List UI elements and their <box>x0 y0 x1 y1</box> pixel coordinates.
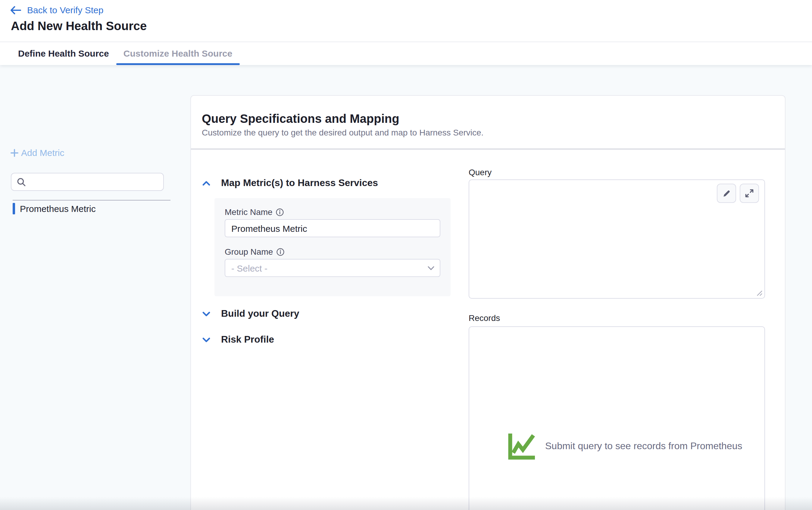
query-mapping-card: Query Specifications and Mapping Customi… <box>190 95 785 510</box>
back-link-label: Back to Verify Step <box>27 5 103 16</box>
section-label: Map Metric(s) to Harness Services <box>221 177 378 189</box>
metric-name-label: Metric Name <box>225 207 272 217</box>
group-name-label: Group Name <box>225 247 273 257</box>
section-build-your-query[interactable]: Build your Query <box>202 308 299 320</box>
line-chart-icon <box>506 431 537 461</box>
section-map-metrics[interactable]: Map Metric(s) to Harness Services <box>202 177 378 189</box>
metrics-sidebar: Add Metric Prometheus Metric <box>0 65 190 510</box>
metric-item-label: Prometheus Metric <box>20 202 96 215</box>
card-subtitle: Customize the query to get the desired o… <box>202 128 484 138</box>
map-metric-form-panel: Metric Name Group Name <box>214 198 451 296</box>
query-label: Query <box>469 168 492 178</box>
expand-arrows-icon <box>745 188 754 198</box>
plus-icon <box>10 148 19 157</box>
arrow-left-icon <box>10 6 21 14</box>
chevron-down-icon <box>202 337 210 342</box>
sidebar-divider <box>13 200 171 201</box>
metric-list-item-prometheus[interactable]: Prometheus Metric <box>13 202 96 215</box>
group-name-label-row: Group Name <box>225 247 284 257</box>
card-title: Query Specifications and Mapping <box>202 111 399 126</box>
metric-name-input[interactable] <box>225 219 440 237</box>
search-icon <box>17 178 26 187</box>
records-label: Records <box>469 313 500 323</box>
section-label: Build your Query <box>221 308 299 320</box>
info-circle-icon[interactable] <box>276 208 284 216</box>
records-empty-text: Submit query to see records from Prometh… <box>545 440 743 452</box>
chevron-down-icon <box>202 311 210 317</box>
app-root: Back to Verify Step Add New Health Sourc… <box>0 0 812 510</box>
resize-handle[interactable] <box>757 290 763 296</box>
records-empty-state: Submit query to see records from Prometh… <box>506 431 743 461</box>
tab-define-health-source[interactable]: Define Health Source <box>11 42 116 65</box>
page-header: Back to Verify Step Add New Health Sourc… <box>0 0 812 65</box>
records-panel: Submit query to see records from Prometh… <box>469 326 765 510</box>
metric-search <box>11 173 164 191</box>
group-name-placeholder: - Select - <box>231 263 267 273</box>
edit-query-button[interactable] <box>717 184 736 203</box>
chevron-down-icon <box>428 266 434 270</box>
selected-indicator-bar <box>13 203 15 214</box>
group-name-select[interactable]: - Select - <box>225 259 440 277</box>
add-metric-button[interactable]: Add Metric <box>10 148 64 158</box>
metric-search-input[interactable] <box>30 174 162 191</box>
pencil-icon <box>722 188 731 198</box>
back-to-verify-link[interactable]: Back to Verify Step <box>10 5 103 16</box>
metric-name-label-row: Metric Name <box>225 207 284 217</box>
expand-query-button[interactable] <box>740 184 759 203</box>
tab-bar: Define Health Source Customize Health So… <box>11 42 240 65</box>
page-title: Add New Health Source <box>11 19 147 32</box>
header-top: Back to Verify Step Add New Health Sourc… <box>0 0 812 42</box>
chevron-up-icon <box>202 180 210 186</box>
section-risk-profile[interactable]: Risk Profile <box>202 334 274 346</box>
section-label: Risk Profile <box>221 334 274 346</box>
info-circle-icon[interactable] <box>277 248 284 256</box>
query-editor <box>469 179 765 299</box>
tab-customize-health-source[interactable]: Customize Health Source <box>116 42 240 65</box>
card-header-divider <box>191 149 785 149</box>
add-metric-label: Add Metric <box>21 148 64 158</box>
